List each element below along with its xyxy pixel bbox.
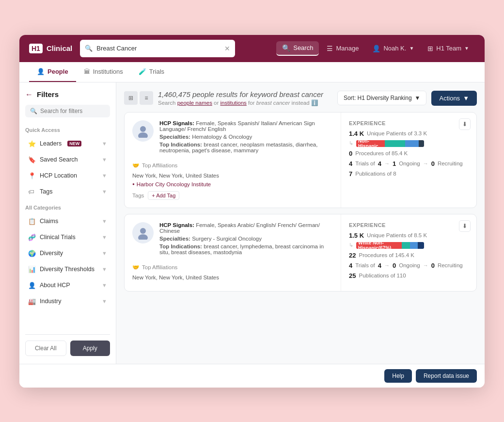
filter-item-industry[interactable]: 🏭 Industry ▼ (25, 294, 110, 308)
person-card: HCP Signals: Female, Speaks Spanish/ Ita… (124, 112, 477, 208)
trials-of-num-2: 4 (378, 262, 381, 269)
affiliations-label-2: Top Affiliations (142, 264, 177, 270)
arrow-3: → (384, 262, 390, 268)
nav-team[interactable]: ⊞ H1 Team ▼ (422, 42, 475, 55)
avatar-1 (132, 120, 154, 142)
bar-segment-teal-1 (385, 140, 405, 147)
chevron-down-icon: ▼ (409, 46, 414, 51)
clinical-trials-icon: 🧬 (28, 234, 36, 241)
trials-text-1: Trials of (355, 161, 375, 166)
ongoing-num-2: 0 (393, 262, 396, 269)
chevron-down-icon: ▼ (463, 95, 469, 102)
bar-segment-blue-2 (410, 242, 418, 249)
institutions-link[interactable]: institutions (220, 100, 247, 106)
sidebar-footer: Clear All Apply (25, 334, 110, 356)
bar-container-2: White Non-Hispanic(67%) (356, 242, 424, 249)
user-icon: 👤 (372, 45, 380, 52)
person-card-2: HCP Signals: Female, Speaks Arabic/ Engl… (124, 214, 477, 292)
nav-manage-label: Manage (336, 45, 359, 52)
clear-all-button[interactable]: Clear All (25, 341, 66, 356)
chevron-down-icon: ▼ (102, 218, 107, 224)
exp-label-2: Experience (349, 222, 469, 228)
add-tag-button-1[interactable]: + Add Tag (148, 191, 179, 200)
logo-text: Clinical (47, 44, 72, 52)
main-content: ← Filters 🔍 Quick Access ⭐ Leaders NEW ▼… (19, 82, 485, 364)
view-icons: ⊞ ≡ (124, 91, 153, 105)
actions-button[interactable]: Actions ▼ (431, 91, 477, 106)
report-data-issue-button[interactable]: Report data issue (416, 369, 477, 383)
tabs: 👤 People 🏛 Institutions 🧪 Trials (19, 62, 485, 82)
filter-item-saved-search[interactable]: 🔖 Saved Search ▼ (25, 153, 110, 167)
unique-patients-num-2: 1.5 K (349, 232, 364, 239)
chevron-down-icon: ▼ (102, 157, 107, 162)
sidebar-search-box[interactable]: 🔍 (25, 105, 110, 117)
trials-text-2: Trials of (355, 262, 375, 268)
new-badge: NEW (67, 141, 81, 146)
filter-hcp-location-label: HCP Location (40, 172, 77, 179)
people-names-link[interactable]: people names (177, 100, 212, 106)
ongoing-num-1: 1 (393, 160, 396, 167)
sidebar: ← Filters 🔍 Quick Access ⭐ Leaders NEW ▼… (19, 82, 116, 364)
filter-item-hcp-location[interactable]: 📍 HCP Location ▼ (25, 169, 110, 183)
recruiting-text-1: Recruiting (438, 161, 463, 166)
search-bar[interactable]: 🔍 ✕ (80, 40, 235, 57)
bar-segment-red-1: White Non-Hispanic 42% (356, 140, 385, 147)
recruiting-num-1: 0 (431, 160, 435, 167)
close-icon[interactable]: ✕ (224, 45, 230, 52)
filter-item-tags[interactable]: 🏷 Tags ▼ (25, 185, 110, 199)
filter-item-diversity-thresholds[interactable]: 📊 Diversity Thresholds ▼ (25, 262, 110, 276)
card-left-1: HCP Signals: Female, Speaks Spanish/ Ita… (125, 113, 341, 208)
affiliation-link-1[interactable]: Harbor City Oncology Institute (132, 181, 333, 187)
tab-people[interactable]: 👤 People (29, 62, 76, 82)
tags-row-1: Tags + Add Tag (132, 191, 333, 200)
apply-button[interactable]: Apply (70, 341, 110, 356)
filter-item-leaders[interactable]: ⭐ Leaders NEW ▼ (25, 137, 110, 151)
exp-procedures-1: 0 Procedures of 85.4 K (349, 150, 469, 157)
tags-label-1: Tags (132, 193, 144, 198)
filter-leaders-label: Leaders (40, 140, 62, 147)
logo: H1 Clinical (29, 44, 72, 53)
filter-item-clinical-trials[interactable]: 🧬 Clinical Trials ▼ (25, 230, 110, 244)
exp-trials-2: 4 Trials of 4 → 0 Ongoing → 0 Recruiting (349, 262, 469, 269)
filter-item-claims[interactable]: 📋 Claims ▼ (25, 214, 110, 228)
person-details-2: HCP Signals: Female, Speaks Arabic/ Engl… (159, 222, 333, 259)
filter-item-about-hcp[interactable]: 👤 About HCP ▼ (25, 278, 110, 292)
download-icon-1[interactable]: ⬇ (459, 118, 471, 130)
help-button[interactable]: Help (384, 369, 412, 383)
nav-manage[interactable]: ☰ Manage (321, 42, 364, 55)
bar-segment-dark-1 (419, 140, 424, 147)
chevron-down-icon: ▼ (102, 298, 107, 304)
person-specialties-1: Specialties: Hematology & Oncology (159, 134, 333, 140)
person-indications-1: Top Indications: breast cancer, neoplasm… (159, 142, 333, 153)
publications-num-1: 7 (349, 170, 352, 178)
bar-segment-blue-1 (405, 140, 419, 147)
sidebar-search-icon: 🔍 (30, 108, 37, 114)
download-icon-2[interactable]: ⬇ (459, 220, 471, 232)
results-label: people results for keyword (192, 90, 279, 98)
exp-unique-patients-1: 1.4 K Unique Patients of 3.3 K (349, 130, 469, 137)
nav-user[interactable]: 👤 Noah K. ▼ (366, 42, 420, 55)
sort-button[interactable]: Sort: H1 Diversity Ranking ▼ (337, 91, 427, 105)
affiliations-section-2: 🤝 Top Affiliations (132, 264, 333, 271)
results-count: 1,460,475 (158, 90, 190, 98)
results-title-area: ⊞ ≡ 1,460,475 people results for keyword… (124, 90, 323, 106)
tab-trials[interactable]: 🧪 Trials (131, 62, 172, 82)
filter-claims-label: Claims (40, 218, 58, 225)
tab-people-label: People (47, 68, 68, 75)
leaders-icon: ⭐ (28, 140, 36, 147)
search-bar-icon: 🔍 (85, 45, 93, 52)
tab-institutions[interactable]: 🏛 Institutions (76, 62, 131, 82)
nav-search[interactable]: 🔍 Search (276, 41, 319, 56)
chevron-down-icon: ▼ (102, 189, 107, 195)
back-icon[interactable]: ← (25, 90, 33, 99)
chevron-down-icon: ▼ (102, 234, 107, 240)
ongoing-text-1: Ongoing (399, 161, 420, 166)
institutions-icon: 🏛 (84, 68, 90, 75)
grid-view-icon[interactable]: ⊞ (124, 91, 138, 105)
list-view-icon[interactable]: ≡ (140, 91, 153, 105)
claims-icon: 📋 (28, 218, 36, 225)
search-input[interactable] (96, 45, 220, 52)
procedures-text-2: Procedures of 145.4 K (359, 252, 414, 258)
filter-item-diversity[interactable]: 🌍 Diversity ▼ (25, 246, 110, 260)
sidebar-search-input[interactable] (40, 108, 105, 114)
